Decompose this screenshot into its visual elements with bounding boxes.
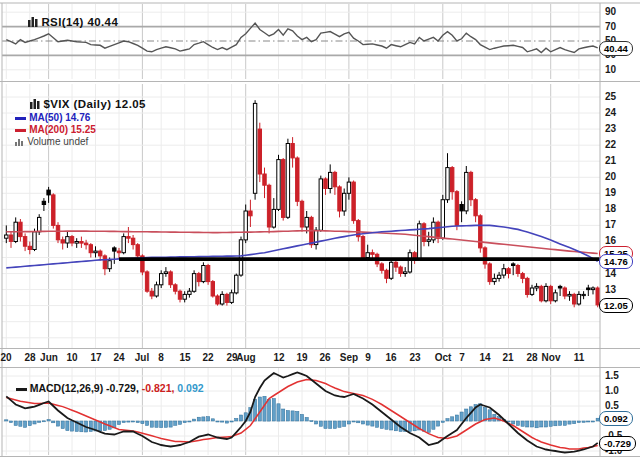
price-axis-label: 18 [605, 203, 616, 214]
volume-bars-icon [15, 137, 24, 148]
price-axis-label: 23 [605, 123, 616, 134]
date-axis-label: Aug [233, 352, 259, 363]
date-axis-label: Nov [538, 352, 564, 363]
price-value-bubble: 14.76 [599, 254, 633, 269]
date-axis-label: 23 [402, 352, 428, 363]
price-axis-label: 24 [605, 107, 616, 118]
rsi-legend: RSI(14) 40.44 [14, 4, 118, 41]
rsi-axis-label: 70 [605, 21, 616, 32]
macd-hist-value: 0.092 [174, 382, 203, 394]
price-axis-label: 17 [605, 219, 616, 230]
macd-signal-value: -0.821, [139, 382, 175, 394]
macd-value-bubble: 0.092 [599, 411, 633, 426]
date-axis-label: 8 [148, 352, 174, 363]
price-axis-label: 25 [605, 91, 616, 102]
rsi-label: RSI(14) 40.44 [41, 16, 118, 28]
macd-legend: MACD(12,26,9) -0.729, -0.821, 0.092 [4, 370, 204, 406]
volume-label: Volume undef [27, 136, 88, 147]
date-axis-label: 22 [195, 352, 221, 363]
volume-legend: Volume undef [4, 125, 88, 159]
macd-value-bubble: -0.729 [599, 436, 636, 451]
macd-axis-label: 1.5 [605, 370, 619, 381]
date-axis-label: 11 [566, 352, 592, 363]
price-axis-label: 19 [605, 187, 616, 198]
stockchart: RSI(14) 40.44 $VIX (Daily) 12.05 MA(50) … [0, 0, 640, 458]
macd-axis-label: 0.5 [605, 400, 619, 411]
date-axis-label: 26 [312, 352, 338, 363]
price-axis-label: 16 [605, 235, 616, 246]
date-axis-label: 21 [495, 352, 521, 363]
price-axis-label: 20 [605, 171, 616, 182]
macd-line-icon [16, 388, 27, 391]
chart-icon [28, 17, 38, 29]
macd-label: MACD(12,26,9) -0.729, [30, 382, 139, 394]
price-axis-label: 22 [605, 139, 616, 150]
price-value-bubble: 12.05 [599, 298, 633, 313]
rsi-axis-label: 90 [605, 6, 616, 17]
macd-axis-label: 1.0 [605, 385, 619, 396]
date-axis-label: 16 [378, 352, 404, 363]
rsi-value-bubble: 40.44 [599, 41, 633, 56]
price-axis-label: 21 [605, 155, 616, 166]
price-axis-label: 13 [605, 284, 616, 295]
price-axis-label: 14 [605, 268, 616, 279]
rsi-axis-label: 10 [605, 64, 616, 75]
date-axis-label: 10 [59, 352, 85, 363]
